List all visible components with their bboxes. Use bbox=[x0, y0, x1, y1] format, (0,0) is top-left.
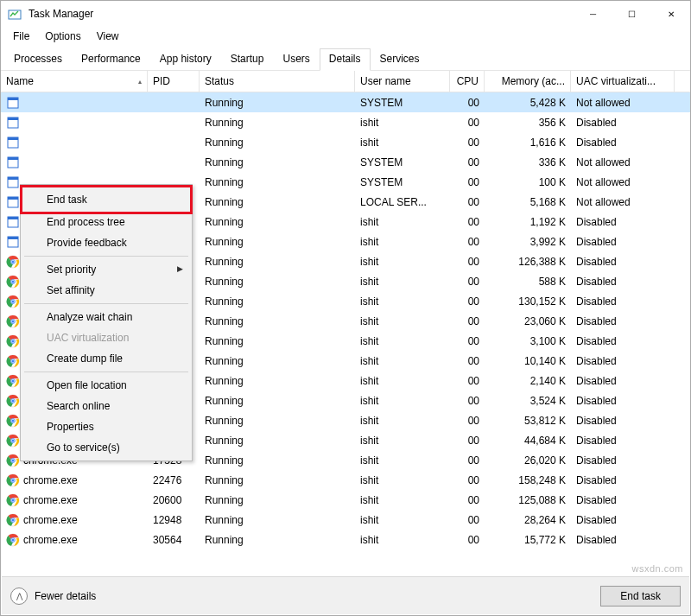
tab-performance[interactable]: Performance bbox=[72, 48, 150, 70]
cell-pid: 12948 bbox=[148, 514, 200, 526]
cell-cpu: 00 bbox=[450, 315, 485, 327]
menu-file[interactable]: File bbox=[6, 29, 36, 44]
table-row[interactable]: Runningishit00356 KDisabled bbox=[1, 112, 690, 132]
chrome-icon bbox=[6, 414, 20, 428]
app-icon bbox=[6, 156, 20, 169]
cell-uac: Disabled bbox=[571, 335, 675, 347]
details-grid: Name▴ PID Status User name CPU Memory (a… bbox=[1, 70, 690, 563]
cell-user: ishit bbox=[355, 454, 450, 467]
col-user[interactable]: User name bbox=[355, 71, 450, 92]
ctx-search-online[interactable]: Search online bbox=[22, 396, 190, 416]
cell-uac: Disabled bbox=[571, 236, 675, 248]
col-cpu[interactable]: CPU bbox=[450, 71, 485, 92]
table-row[interactable]: chrome.exe12948Runningishit0028,264 KDis… bbox=[1, 510, 690, 530]
chrome-icon bbox=[6, 434, 20, 448]
table-row[interactable]: RunningSYSTEM005,428 KNot allowed bbox=[1, 92, 690, 112]
process-name: chrome.exe bbox=[23, 474, 78, 486]
cell-pid: 20600 bbox=[148, 494, 200, 506]
app-icon bbox=[6, 136, 20, 149]
ctx-provide-feedback[interactable]: Provide feedback bbox=[22, 232, 190, 253]
cell-uac: Disabled bbox=[571, 216, 675, 228]
cell-cpu: 00 bbox=[450, 196, 485, 208]
cell-cpu: 00 bbox=[450, 256, 485, 268]
column-headers: Name▴ PID Status User name CPU Memory (a… bbox=[1, 70, 690, 92]
cell-user: ishit bbox=[355, 435, 450, 447]
cell-user: ishit bbox=[355, 335, 450, 347]
cell-uac: Disabled bbox=[571, 454, 675, 467]
cell-status: Running bbox=[200, 216, 355, 228]
table-row[interactable]: chrome.exe22476Runningishit00158,248 KDi… bbox=[1, 470, 690, 490]
col-name[interactable]: Name▴ bbox=[1, 71, 148, 92]
table-row[interactable]: Runningishit001,616 KDisabled bbox=[1, 132, 690, 152]
end-task-button[interactable]: End task bbox=[600, 586, 681, 606]
col-uac[interactable]: UAC virtualizati... bbox=[571, 71, 675, 92]
collapse-icon: ⋀ bbox=[10, 587, 28, 605]
col-pid[interactable]: PID bbox=[148, 71, 200, 92]
table-row[interactable]: chrome.exe20600Runningishit00125,088 KDi… bbox=[1, 490, 690, 510]
cell-uac: Disabled bbox=[571, 534, 675, 546]
chrome-icon bbox=[6, 255, 20, 269]
ctx-set-priority[interactable]: Set priority▶ bbox=[22, 259, 190, 280]
cell-cpu: 00 bbox=[450, 335, 485, 347]
svg-point-32 bbox=[11, 320, 14, 322]
tabstrip: Processes Performance App history Startu… bbox=[1, 48, 690, 71]
ctx-end-task[interactable]: End task bbox=[22, 189, 190, 210]
fewer-details-toggle[interactable]: ⋀ Fewer details bbox=[10, 587, 96, 605]
cell-cpu: 00 bbox=[450, 375, 485, 387]
tab-app-history[interactable]: App history bbox=[150, 48, 221, 70]
minimize-button[interactable]: ─ bbox=[574, 1, 612, 27]
menubar: File Options View bbox=[1, 27, 690, 48]
cell-status: Running bbox=[200, 315, 355, 327]
svg-point-40 bbox=[11, 359, 14, 362]
cell-memory: 23,060 K bbox=[485, 315, 571, 327]
table-row[interactable]: RunningSYSTEM00336 KNot allowed bbox=[1, 152, 690, 172]
cell-status: Running bbox=[200, 256, 355, 268]
ctx-properties[interactable]: Properties bbox=[22, 416, 190, 437]
cell-uac: Disabled bbox=[571, 415, 675, 427]
cell-memory: 100 K bbox=[485, 176, 571, 188]
cell-memory: 3,100 K bbox=[485, 335, 571, 347]
chrome-icon bbox=[6, 354, 20, 368]
chrome-icon bbox=[6, 454, 20, 467]
context-menu: End task End process tree Provide feedba… bbox=[20, 184, 193, 461]
menu-options[interactable]: Options bbox=[38, 29, 87, 44]
maximize-button[interactable]: ☐ bbox=[612, 1, 651, 27]
cell-status: Running bbox=[200, 196, 355, 208]
cell-status: Running bbox=[200, 176, 355, 188]
col-memory[interactable]: Memory (ac... bbox=[485, 71, 571, 92]
cell-user: ishit bbox=[355, 375, 450, 387]
cell-memory: 5,428 K bbox=[485, 97, 571, 109]
cell-uac: Disabled bbox=[571, 494, 675, 506]
tab-users[interactable]: Users bbox=[273, 48, 319, 70]
table-row[interactable]: chrome.exe30564Runningishit0015,772 KDis… bbox=[1, 530, 690, 549]
submenu-arrow-icon: ▶ bbox=[177, 264, 183, 273]
cell-name: chrome.exe bbox=[1, 513, 148, 527]
cell-status: Running bbox=[200, 156, 355, 168]
cell-memory: 588 K bbox=[485, 276, 571, 288]
svg-rect-8 bbox=[8, 157, 18, 160]
cell-memory: 126,388 K bbox=[485, 256, 571, 268]
col-status[interactable]: Status bbox=[200, 71, 355, 92]
close-button[interactable]: ✕ bbox=[651, 1, 690, 27]
process-name: chrome.exe bbox=[23, 494, 78, 506]
cell-memory: 130,152 K bbox=[485, 295, 571, 308]
ctx-set-affinity[interactable]: Set affinity bbox=[22, 280, 190, 301]
cell-uac: Not allowed bbox=[571, 97, 675, 109]
svg-rect-14 bbox=[8, 217, 18, 219]
ctx-open-file-location[interactable]: Open file location bbox=[22, 375, 190, 396]
cell-status: Running bbox=[200, 415, 355, 427]
chrome-icon bbox=[6, 334, 20, 348]
tab-processes[interactable]: Processes bbox=[4, 48, 72, 70]
ctx-go-to-services[interactable]: Go to service(s) bbox=[22, 437, 190, 458]
ctx-end-process-tree[interactable]: End process tree bbox=[22, 212, 190, 232]
tab-startup[interactable]: Startup bbox=[221, 48, 274, 70]
titlebar: Task Manager ─ ☐ ✕ bbox=[1, 1, 690, 27]
cell-cpu: 00 bbox=[450, 435, 485, 447]
svg-rect-6 bbox=[8, 137, 18, 140]
tab-details[interactable]: Details bbox=[320, 48, 371, 71]
tab-services[interactable]: Services bbox=[371, 48, 429, 70]
cell-cpu: 00 bbox=[450, 295, 485, 308]
ctx-analyze-wait-chain[interactable]: Analyze wait chain bbox=[22, 307, 190, 327]
menu-view[interactable]: View bbox=[90, 29, 126, 44]
ctx-create-dump-file[interactable]: Create dump file bbox=[22, 348, 190, 369]
